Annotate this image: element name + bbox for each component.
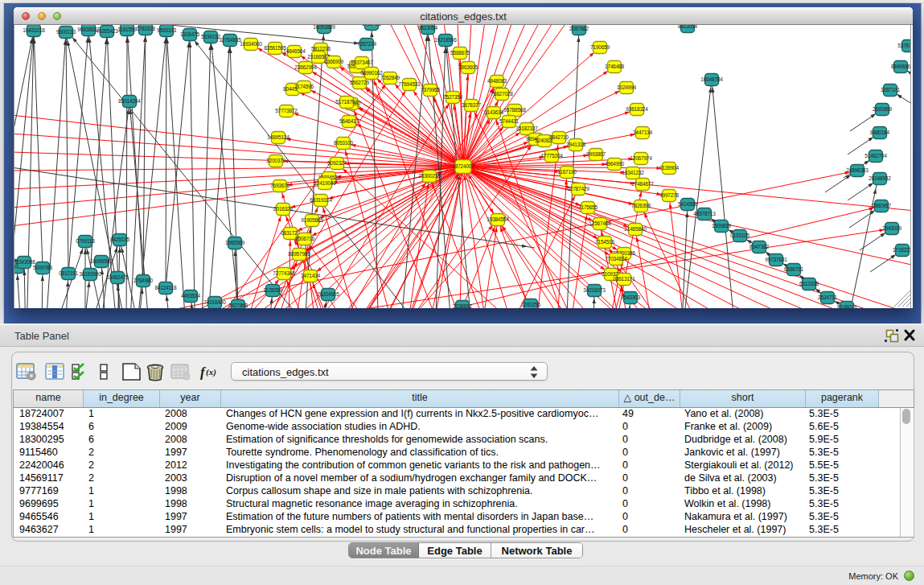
svg-text:19218506: 19218506: [434, 37, 457, 43]
svg-text:7527354: 7527354: [443, 94, 462, 100]
svg-text:0842710: 0842710: [549, 134, 569, 140]
svg-text:0831727: 0831727: [281, 230, 300, 236]
svg-text:72343098: 72343098: [14, 259, 35, 265]
svg-text:12067974: 12067974: [630, 155, 652, 161]
svg-text:5414586: 5414586: [678, 201, 697, 207]
svg-text:7262849: 7262849: [380, 75, 400, 80]
svg-text:6566701: 6566701: [784, 266, 803, 272]
svg-text:16648784: 16648784: [700, 76, 723, 82]
svg-text:23662994: 23662994: [294, 64, 317, 70]
svg-text:2624731: 2624731: [818, 295, 837, 300]
svg-text:85014294: 85014294: [118, 98, 141, 104]
svg-text:25300215: 25300215: [418, 173, 441, 179]
svg-text:77694531: 77694531: [398, 81, 421, 87]
svg-text:47775204: 47775204: [540, 153, 563, 159]
svg-text:0366909: 0366909: [324, 59, 343, 64]
svg-text:0799118: 0799118: [76, 238, 95, 244]
svg-text:10433218: 10433218: [23, 27, 45, 33]
svg-text:76627028: 76627028: [491, 91, 513, 97]
svg-text:16053809: 16053809: [313, 25, 335, 30]
svg-text:2691669: 2691669: [873, 106, 892, 112]
svg-text:4493534: 4493534: [181, 293, 200, 299]
svg-text:2087682: 2087682: [569, 26, 589, 31]
svg-text:2427868: 2427868: [228, 303, 248, 308]
svg-text:2784980: 2784980: [133, 278, 153, 283]
svg-text:9600133: 9600133: [56, 29, 76, 35]
svg-text:8108013: 8108013: [837, 304, 856, 308]
svg-text:2174596: 2174596: [294, 84, 314, 89]
svg-text:12567468: 12567468: [589, 220, 611, 226]
svg-text:08613171: 08613171: [613, 276, 635, 282]
svg-text:0812191: 0812191: [59, 270, 78, 276]
svg-text:57773872: 57773872: [275, 108, 298, 113]
svg-text:24896383: 24896383: [846, 167, 869, 173]
svg-text:91905865: 91905865: [301, 217, 323, 223]
svg-text:4964990: 4964990: [605, 161, 624, 167]
svg-text:9993867: 9993867: [586, 151, 606, 157]
svg-text:7175655: 7175655: [578, 204, 598, 210]
svg-text:2260256: 2260256: [521, 302, 540, 307]
svg-text:8849696: 8849696: [891, 64, 910, 69]
svg-text:3447134: 3447134: [633, 130, 652, 135]
svg-text:7357224: 7357224: [357, 41, 376, 47]
svg-text:2880957: 2880957: [872, 203, 891, 208]
svg-text:26204505: 26204505: [317, 291, 339, 297]
svg-text:77034824: 77034824: [605, 256, 627, 262]
svg-text:7379965: 7379965: [421, 87, 440, 93]
svg-text:1128059: 1128059: [263, 287, 282, 293]
svg-text:14846564: 14846564: [283, 48, 306, 54]
svg-text:1167190: 1167190: [557, 169, 577, 175]
svg-text:3287101: 3287101: [881, 87, 900, 93]
svg-text:53767242: 53767242: [897, 43, 911, 48]
svg-text:7543303: 7543303: [621, 295, 640, 300]
svg-text:36193990: 36193990: [79, 271, 101, 277]
svg-text:7693676: 7693676: [270, 183, 290, 188]
svg-text:3158692: 3158692: [453, 303, 472, 308]
svg-text:0143634: 0143634: [484, 109, 503, 115]
svg-text:34216073: 34216073: [583, 287, 606, 293]
svg-text:1316475: 1316475: [180, 31, 199, 37]
svg-text:1746488: 1746488: [605, 64, 624, 69]
svg-text:8480184: 8480184: [870, 130, 889, 135]
svg-text:21465840: 21465840: [624, 226, 647, 232]
svg-text:3056413: 3056413: [362, 25, 381, 27]
svg-text:6562729: 6562729: [350, 80, 369, 85]
svg-text:7826398: 7826398: [631, 203, 651, 208]
svg-text:19384554: 19384554: [487, 216, 509, 222]
svg-text:3471434: 3471434: [301, 273, 320, 278]
svg-text:0139904: 0139904: [659, 165, 679, 171]
svg-text:74016400: 74016400: [203, 299, 226, 305]
svg-text:1543039: 1543039: [882, 225, 901, 231]
svg-text:7154516: 7154516: [595, 239, 614, 245]
svg-text:89373467: 89373467: [351, 60, 373, 65]
svg-text:28148932: 28148932: [869, 175, 891, 181]
svg-text:84124118: 84124118: [155, 285, 177, 290]
svg-text:5009788: 5009788: [33, 265, 52, 270]
svg-text:35182337: 35182337: [515, 126, 538, 131]
svg-text:16998543: 16998543: [90, 258, 113, 264]
svg-text:93618324: 93618324: [626, 106, 648, 112]
svg-text:1161559: 1161559: [117, 27, 137, 32]
svg-text:8425135: 8425135: [110, 237, 129, 242]
svg-text:18724007: 18724007: [452, 163, 474, 169]
svg-text:27484677: 27484677: [631, 181, 654, 187]
svg-text:4948083: 4948083: [487, 78, 507, 84]
svg-text:3963605: 3963605: [458, 64, 478, 70]
svg-text:51462704: 51462704: [864, 153, 887, 159]
svg-text:14895134: 14895134: [267, 134, 290, 140]
svg-text:06990162: 06990162: [360, 70, 383, 76]
svg-text:32764835: 32764835: [219, 37, 241, 43]
svg-text:3092327: 3092327: [327, 160, 347, 166]
svg-text:51718702: 51718702: [335, 99, 358, 105]
svg-text:95788568: 95788568: [503, 107, 526, 113]
svg-text:9593103: 9593103: [157, 27, 176, 33]
svg-text:1965569: 1965569: [225, 240, 244, 245]
svg-text:1509839: 1509839: [712, 223, 731, 229]
svg-text:53462475: 53462475: [106, 274, 129, 280]
svg-text:0103105: 0103105: [730, 233, 749, 238]
svg-text:4997278: 4997278: [659, 192, 679, 198]
svg-text:1024994: 1024994: [617, 84, 636, 90]
svg-text:0781618: 0781618: [136, 26, 155, 31]
svg-text:2941318: 2941318: [566, 142, 585, 147]
svg-text:12419049: 12419049: [314, 180, 336, 186]
